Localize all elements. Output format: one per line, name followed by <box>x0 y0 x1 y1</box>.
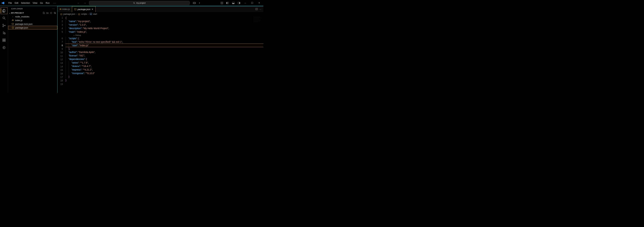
js-file-icon: JS <box>12 19 14 21</box>
project-header[interactable]: ⌄ MY-PROJECT <box>8 11 57 14</box>
code-line[interactable]: "license": "ISC", <box>66 54 263 57</box>
command-center[interactable]: my-project <box>89 1 190 5</box>
code-line[interactable]: "description": "My Hello World Project", <box>66 27 263 30</box>
activity-extensions[interactable] <box>1 37 8 43</box>
svg-point-18 <box>3 24 4 25</box>
code-line[interactable]: } <box>66 75 263 79</box>
code-line[interactable]: "author": "Damilola Ajele", <box>66 50 263 54</box>
layout-grid-icon[interactable] <box>220 1 224 5</box>
svg-point-19 <box>3 26 4 27</box>
breadcrumb-icon: {} <box>78 13 80 15</box>
code-line[interactable] <box>66 82 263 86</box>
code-line[interactable]: "test": "echo \"Error: no test specified… <box>66 40 263 44</box>
new-folder-icon[interactable] <box>46 12 49 14</box>
main-layout: EXPLORER ··· ⌄ MY-PROJECT ›node_modulesJ… <box>0 6 263 93</box>
breadcrumb-icon: ab <box>90 13 92 15</box>
menu-file[interactable]: File <box>7 1 13 5</box>
json-file-icon: {} <box>12 23 14 25</box>
tree-item-label: package.json <box>15 26 28 29</box>
json-file-icon: {} <box>74 8 76 10</box>
json-file-icon: {} <box>12 26 14 29</box>
new-file-icon[interactable] <box>42 12 45 14</box>
panel-right-icon[interactable] <box>237 1 241 5</box>
code-line[interactable]: "name": "my-project", <box>66 19 263 23</box>
activity-explorer[interactable] <box>1 7 8 14</box>
breadcrumb[interactable]: {}package.json›{}scripts›abstart <box>58 12 263 16</box>
activity-cycle[interactable] <box>1 44 8 51</box>
line-gutter: 12345678910111213141516171819 <box>58 16 66 93</box>
menu-run[interactable]: Run <box>44 1 51 5</box>
tree-item-package-json[interactable]: {}package.json <box>8 26 57 29</box>
panel-left-icon[interactable] <box>226 1 230 5</box>
code-line[interactable]: "start": "index.js" <box>66 43 263 47</box>
menu-go[interactable]: Go <box>39 1 44 5</box>
code-line[interactable]: "scripts": { <box>66 37 263 40</box>
command-center-text: my-project <box>136 2 146 4</box>
code-line[interactable]: "express": "^4.21.2", <box>66 68 263 71</box>
breadcrumb-label[interactable]: start <box>93 13 97 15</box>
tab-bar: JSindex.js{}package.json× ··· <box>58 6 263 12</box>
activity-search[interactable] <box>1 15 8 21</box>
svg-point-4 <box>195 3 195 3</box>
breadcrumb-label[interactable]: package.json <box>64 13 75 15</box>
sidebar-more-icon[interactable]: ··· <box>52 8 55 10</box>
copilot-icon[interactable] <box>192 1 197 5</box>
collapse-all-icon[interactable] <box>54 12 56 14</box>
editor-body[interactable]: 12345678910111213141516171819 {"name": "… <box>58 16 263 93</box>
code-line[interactable]: "dotenv": "^16.4.7", <box>66 64 263 68</box>
svg-text:ab: ab <box>90 13 92 14</box>
window-close-icon[interactable]: ✕ <box>256 1 262 5</box>
tree-item-index-js[interactable]: JSindex.js <box>8 18 57 22</box>
code-line[interactable]: "main": "index.js", <box>66 30 263 34</box>
code-line[interactable]: "dependencies": { <box>66 57 263 61</box>
svg-rect-10 <box>226 2 227 4</box>
code-line[interactable]: "version": "1.0.0", <box>66 23 263 27</box>
editor-more-icon[interactable]: ··· <box>260 8 261 10</box>
breadcrumb-icon: {} <box>60 13 62 15</box>
refresh-icon[interactable] <box>50 12 52 14</box>
minimap[interactable] <box>252 16 263 28</box>
sidebar-header: EXPLORER ··· <box>8 6 57 11</box>
svg-rect-7 <box>221 3 222 4</box>
svg-rect-26 <box>4 39 5 40</box>
activity-bar <box>0 6 8 93</box>
menu-more[interactable]: ··· <box>52 1 58 5</box>
menu-edit[interactable]: Edit <box>13 1 20 5</box>
breadcrumb-sep: › <box>88 13 89 15</box>
code-line[interactable]: { <box>66 16 263 19</box>
search-icon <box>133 2 135 4</box>
menu-selection[interactable]: Selection <box>20 1 31 5</box>
nav-back-icon[interactable]: ← <box>76 1 81 5</box>
breadcrumb-label[interactable]: scripts <box>81 13 87 15</box>
window-minimize-icon[interactable]: ─ <box>242 1 248 5</box>
menu-view[interactable]: View <box>31 1 39 5</box>
panel-bottom-icon[interactable] <box>231 1 236 5</box>
titlebar: FileEditSelectionViewGoRun ··· ← → my-pr… <box>0 0 263 6</box>
titlebar-center: ← → my-project ▾ <box>58 1 220 5</box>
editor-area: JSindex.js{}package.json× ··· {}package.… <box>58 6 263 93</box>
code-line[interactable]: "mongoose": "^8.10.0" <box>66 71 263 75</box>
split-editor-icon[interactable] <box>256 8 258 10</box>
play-icon: ▷ <box>74 34 75 36</box>
chevron-down-icon[interactable]: ▾ <box>198 1 201 4</box>
tree-item-label: package-lock.json <box>15 23 32 25</box>
window-maximize-icon[interactable] <box>249 1 255 5</box>
js-file-icon: JS <box>60 8 62 10</box>
close-icon[interactable]: × <box>92 8 94 10</box>
tab-package-json[interactable]: {}package.json× <box>72 6 96 12</box>
code-line[interactable]: "axios": "^1.7.9", <box>66 61 263 64</box>
chevron-right-icon: › <box>12 16 14 17</box>
tree-item-package-lock-json[interactable]: {}package-lock.json <box>8 22 57 26</box>
code-content[interactable]: {"name": "my-project","version": "1.0.0"… <box>66 16 263 93</box>
tab-index-js[interactable]: JSindex.js <box>58 6 72 12</box>
activity-scm[interactable] <box>1 22 8 29</box>
code-line[interactable]: } <box>66 79 263 82</box>
activity-debug[interactable] <box>1 29 8 36</box>
code-line[interactable]: }, <box>66 47 263 50</box>
titlebar-left: FileEditSelectionViewGoRun ··· <box>1 1 58 5</box>
svg-rect-8 <box>222 3 223 4</box>
tree-item-node_modules[interactable]: ›node_modules <box>8 15 57 18</box>
nav-forward-icon[interactable]: → <box>83 1 87 5</box>
codelens-debug[interactable]: ▷Debug <box>66 34 263 37</box>
svg-point-0 <box>134 2 135 3</box>
